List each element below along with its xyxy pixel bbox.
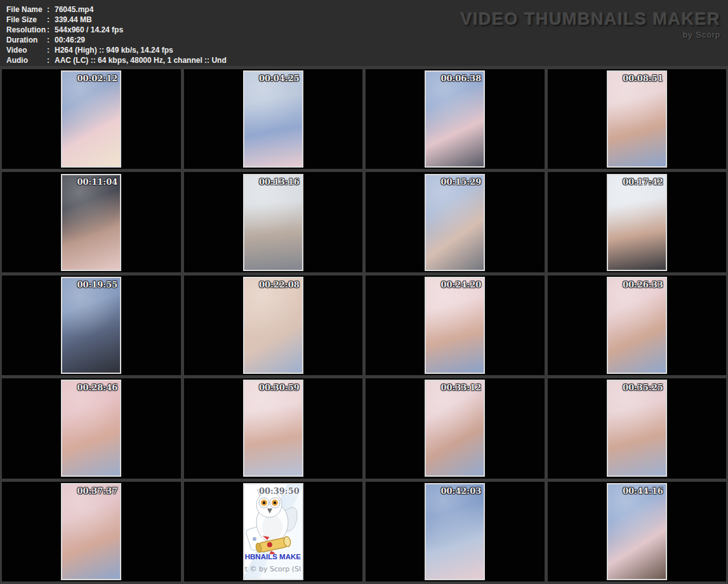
meta-row-audio: Audio:AAC (LC) :: 64 kbps, 48000 Hz, 1 c… — [6, 55, 227, 65]
brand-byline: by Scorp — [461, 30, 721, 39]
timestamp-overlay: 00:33:12 — [440, 383, 481, 392]
video-thumbnail: 00:42:03 — [425, 483, 485, 580]
meta-row-video: Video:H264 (High) :: 949 kb/s, 14.24 fps — [6, 45, 227, 55]
brand-title: VIDEO THUMBNAILS MAKER — [461, 10, 721, 29]
thumbnail-cell: 00:44:16 — [548, 482, 727, 581]
video-thumbnail: 00:33:12 — [425, 380, 485, 477]
timestamp-overlay: 00:06:38 — [440, 74, 481, 83]
thumbnail-cell: 00:04:25 — [184, 69, 363, 169]
thumbnail-cell: 00:39:50 HBNAILS MAKER 8 t © by Scorp (S… — [184, 482, 363, 581]
meta-colon: : — [47, 15, 55, 25]
video-thumbnail: 00:19:55 — [61, 277, 121, 374]
meta-value: H264 (High) :: 949 kb/s, 14.24 fps — [55, 46, 173, 55]
meta-colon: : — [47, 45, 55, 55]
meta-row-duration: Duration:00:46:29 — [6, 35, 227, 45]
video-thumbnail: 00:13:16 — [243, 174, 303, 271]
meta-value: AAC (LC) :: 64 kbps, 48000 Hz, 1 channel… — [55, 56, 227, 65]
meta-colon: : — [47, 55, 55, 65]
meta-row-filename: File Name:76045.mp4 — [6, 4, 227, 15]
video-thumbnail: 00:15:29 — [425, 174, 485, 271]
video-thumbnail: 00:37:37 — [61, 483, 121, 580]
meta-label: Video — [6, 45, 47, 55]
meta-colon: : — [47, 25, 55, 35]
thumbnail-cell: 00:17:42 — [548, 172, 727, 272]
meta-row-filesize: File Size:339.44 MB — [6, 15, 227, 25]
brand: VIDEO THUMBNAILS MAKER by Scorp — [461, 10, 721, 39]
timestamp-overlay: 00:08:51 — [623, 74, 663, 83]
file-info-header: File Name:76045.mp4 File Size:339.44 MB … — [0, 0, 728, 66]
timestamp-overlay: 00:28:46 — [77, 383, 117, 392]
timestamp-overlay: 00:17:42 — [623, 177, 663, 187]
thumbnail-cell: 00:13:16 — [184, 172, 363, 272]
timestamp-overlay: 00:22:08 — [259, 280, 300, 289]
meta-value: 76045.mp4 — [55, 5, 93, 14]
video-thumbnail: 00:04:25 — [243, 70, 303, 168]
thumbnail-cell: 00:26:33 — [548, 275, 727, 375]
thumbnail-cell: 00:15:29 — [366, 172, 545, 272]
video-thumbnail: 00:06:38 — [425, 70, 485, 168]
meta-label: Resolution — [6, 25, 47, 35]
video-thumbnail: 00:02:12 — [61, 70, 121, 168]
video-thumbnail: 00:26:33 — [607, 277, 667, 374]
timestamp-overlay: 00:26:33 — [623, 280, 663, 289]
thumbnail-cell: 00:24:20 — [366, 275, 545, 375]
watermark-thumbnail: 00:39:50 HBNAILS MAKER 8 t © by Scorp (S… — [243, 483, 303, 580]
vtm-contact-sheet: { "brand": { "title": "VIDEO THUMBNAILS … — [0, 0, 728, 584]
thumbnail-cell: 00:19:55 — [2, 275, 181, 375]
meta-row-resolution: Resolution:544x960 / 14.24 fps — [6, 25, 227, 35]
meta-label: Audio — [6, 55, 47, 65]
meta-label: Duration — [6, 35, 47, 45]
thumbnail-cell: 00:02:12 — [2, 69, 181, 169]
sheet: File Name:76045.mp4 File Size:339.44 MB … — [0, 0, 728, 584]
video-thumbnail: 00:44:16 — [607, 483, 667, 580]
timestamp-overlay: 00:44:16 — [623, 486, 663, 496]
video-thumbnail: 00:11:04 — [61, 174, 121, 271]
timestamp-overlay: 00:11:04 — [77, 177, 117, 187]
video-thumbnail: 00:35:25 — [607, 380, 667, 477]
thumbnail-cell: 00:28:46 — [2, 378, 181, 478]
file-metadata: File Name:76045.mp4 File Size:339.44 MB … — [6, 4, 227, 65]
video-thumbnail: 00:24:20 — [425, 277, 485, 374]
thumbnail-cell: 00:30:59 — [184, 378, 363, 478]
video-thumbnail: 00:28:46 — [61, 380, 121, 477]
thumbnail-cell: 00:22:08 — [184, 275, 363, 375]
watermark-text: HBNAILS MAKER 8 — [245, 553, 301, 561]
timestamp-overlay: 00:15:29 — [440, 177, 481, 187]
video-thumbnail: 00:30:59 — [243, 380, 303, 477]
meta-value: 339.44 MB — [55, 15, 92, 24]
video-thumbnail: 00:22:08 — [243, 277, 303, 374]
meta-label: File Name — [6, 4, 47, 15]
meta-value: 544x960 / 14.24 fps — [55, 25, 123, 34]
thumbnail-cell: 00:08:51 — [548, 69, 727, 169]
thumbnail-grid: 00:02:12 00:04:25 00:06:38 00:08:51 00:1… — [0, 66, 728, 584]
meta-colon: : — [47, 35, 55, 45]
timestamp-overlay: 00:24:20 — [440, 280, 481, 289]
timestamp-overlay: 00:37:37 — [77, 486, 117, 496]
timestamp-overlay: 00:19:55 — [77, 280, 117, 289]
timestamp-overlay: 00:04:25 — [259, 74, 300, 83]
timestamp-overlay: 00:39:50 — [259, 486, 300, 496]
meta-colon: : — [47, 4, 55, 15]
timestamp-overlay: 00:02:12 — [77, 74, 117, 83]
thumbnail-cell: 00:06:38 — [366, 69, 545, 169]
thumbnail-cell: 00:42:03 — [366, 482, 545, 581]
timestamp-overlay: 00:13:16 — [259, 177, 300, 187]
thumbnail-cell: 00:35:25 — [548, 378, 727, 478]
meta-value: 00:46:29 — [55, 36, 85, 44]
timestamp-overlay: 00:35:25 — [623, 383, 663, 392]
timestamp-overlay: 00:30:59 — [259, 383, 300, 392]
video-thumbnail: 00:17:42 — [607, 174, 667, 271]
thumbnail-cell: 00:11:04 — [2, 172, 181, 272]
timestamp-overlay: 00:42:03 — [440, 486, 481, 496]
thumbnail-cell: 00:37:37 — [2, 482, 181, 581]
video-thumbnail: 00:08:51 — [607, 70, 667, 168]
thumbnail-cell: 00:33:12 — [366, 378, 545, 478]
watermark-copyright: t © by Scorp (SU — [245, 565, 301, 573]
meta-label: File Size — [6, 15, 47, 25]
